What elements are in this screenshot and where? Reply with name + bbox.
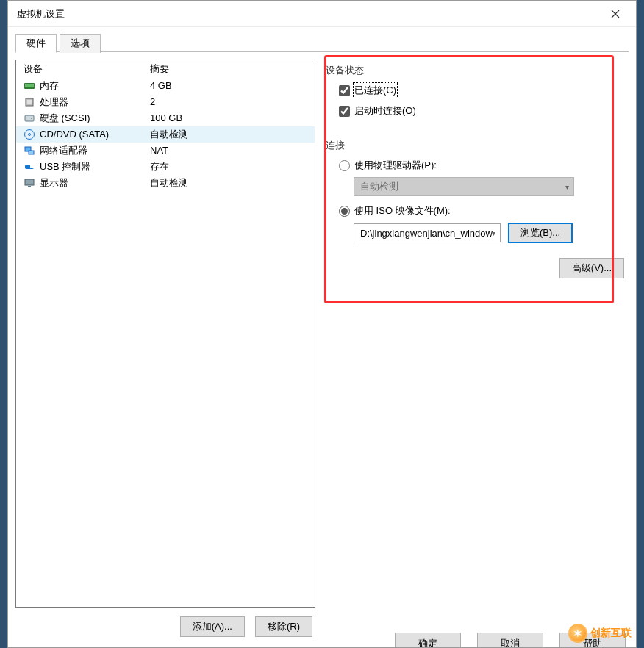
chevron-down-icon: ▾ [492,229,495,237]
device-row-cddvd[interactable]: CD/DVD (SATA) 自动检测 [16,126,315,143]
device-list[interactable]: 设备 摘要 内存 4 GB 处理器 2 [15,60,315,608]
device-summary: 100 GB [150,110,182,126]
tab-hardware[interactable]: 硬件 [15,34,57,53]
chevron-down-icon: ▾ [565,183,569,191]
close-icon [611,10,620,18]
browse-label: 浏览(B)... [520,226,560,240]
device-summary: NAT [150,143,168,159]
connect-at-poweron-label[interactable]: 启动时连接(O) [354,104,416,118]
usb-icon [24,161,35,173]
memory-icon [24,80,35,92]
device-row-display[interactable]: 显示器 自动检测 [16,175,315,191]
advanced-button[interactable]: 高级(V)... [559,258,624,278]
use-physical-label[interactable]: 使用物理驱动器(P): [354,159,437,172]
device-name: USB 控制器 [40,159,90,175]
col-summary[interactable]: 摘要 [149,60,315,78]
device-summary: 自动检测 [150,126,188,143]
browse-button[interactable]: 浏览(B)... [508,223,573,243]
ok-label: 确定 [418,637,437,647]
device-list-header: 设备 摘要 [16,60,315,78]
device-name: 内存 [40,78,59,94]
connected-checkbox[interactable] [339,85,350,96]
advanced-label: 高级(V)... [572,262,612,275]
device-summary: 自动检测 [150,175,188,191]
device-summary: 4 GB [150,78,172,94]
vm-settings-window: 虚拟机设置 硬件 选项 设备 摘要 内存 4 GB [7,0,637,648]
cancel-label: 取消 [501,637,520,647]
help-button[interactable]: 帮助 [559,633,626,647]
left-column: 设备 摘要 内存 4 GB 处理器 2 [15,60,315,637]
nic-icon [24,145,35,156]
svg-rect-6 [25,115,34,121]
cd-icon [24,129,35,140]
col-device[interactable]: 设备 [16,60,149,78]
svg-rect-15 [28,186,31,187]
device-status-group: 设备状态 [326,64,629,77]
svg-rect-14 [25,179,34,185]
tabs: 硬件 选项 [15,33,629,52]
device-name: 硬盘 (SCSI) [40,110,90,126]
tab-options[interactable]: 选项 [60,34,101,53]
help-label: 帮助 [583,637,602,647]
cpu-icon [24,96,35,108]
window-title: 虚拟机设置 [17,7,601,21]
right-column: 设备状态 已连接(C) 启动时连接(O) 连接 使用物理驱动器(P): 自动检测… [326,60,629,637]
device-row-nic[interactable]: 网络适配器 NAT [16,143,315,159]
cancel-button[interactable]: 取消 [477,633,543,647]
close-button[interactable] [601,4,630,24]
device-row-memory[interactable]: 内存 4 GB [16,78,315,94]
connect-at-poweron-checkbox[interactable] [339,106,350,117]
svg-rect-5 [27,100,32,104]
ok-button[interactable]: 确定 [395,633,461,647]
connected-label[interactable]: 已连接(C) [354,84,396,97]
dialog-footer: 确定 取消 帮助 [8,622,636,647]
iso-path-value: D:\jingxiangwenjian\cn_window [360,228,493,239]
device-row-cpu[interactable]: 处理器 2 [16,94,315,110]
device-name: 网络适配器 [40,143,87,159]
svg-rect-3 [25,84,34,87]
use-iso-label[interactable]: 使用 ISO 映像文件(M): [354,204,451,217]
device-name: CD/DVD (SATA) [40,126,109,143]
use-iso-radio[interactable] [339,206,350,217]
device-summary: 2 [150,94,155,110]
device-row-hdd[interactable]: 硬盘 (SCSI) 100 GB [16,110,315,126]
device-row-usb[interactable]: USB 控制器 存在 [16,159,315,175]
svg-point-9 [29,134,31,136]
device-summary: 存在 [150,159,169,175]
svg-rect-11 [29,151,34,154]
hdd-icon [24,112,35,124]
device-name: 显示器 [40,175,68,191]
svg-rect-13 [30,165,34,168]
iso-path-combobox[interactable]: D:\jingxiangwenjian\cn_window ▾ [354,223,501,242]
display-icon [24,177,35,189]
device-name: 处理器 [40,94,68,110]
connection-group: 连接 [326,139,629,152]
svg-point-7 [31,118,32,119]
use-physical-radio[interactable] [339,160,350,171]
physical-drive-dropdown: 自动检测 ▾ [354,177,574,196]
titlebar: 虚拟机设置 [8,1,636,27]
dialog-body: 设备 摘要 内存 4 GB 处理器 2 [8,52,636,644]
physical-drive-value: 自动检测 [360,180,398,193]
